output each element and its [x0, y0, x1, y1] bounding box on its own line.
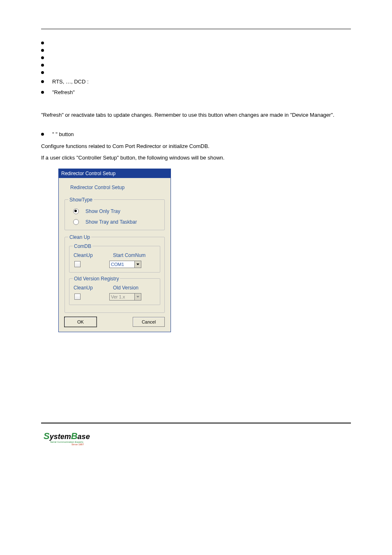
logo-part: B [71, 431, 78, 441]
logo-since: Since 1987 [71, 443, 351, 446]
logo-part: S [44, 431, 50, 441]
button-label: OK [77, 319, 84, 324]
redirector-control-setup-dialog: Redirector Control Setup Redirector Cont… [58, 169, 171, 332]
radio-icon [73, 208, 79, 214]
bullet-text: RTS, …, DCD : [52, 79, 89, 85]
config-line-1: Configure functions related to Com Port … [41, 142, 351, 151]
svg-marker-0 [136, 264, 139, 265]
showtype-legend: ShowType [68, 197, 94, 203]
bullet-text: "Refresh" [52, 89, 75, 95]
comdb-legend: ComDB [73, 243, 92, 249]
bullet-item [41, 49, 351, 52]
start-comnum-select[interactable]: COM1 [109, 261, 141, 268]
logo-part: ase [78, 432, 90, 441]
bullet-item [41, 56, 351, 59]
comdb-labels: CleanUp Start ComNum [74, 252, 157, 258]
cleanup-fieldset: Clean Up ComDB CleanUp Start ComNum COM1 [65, 234, 165, 313]
cancel-button[interactable]: Cancel [133, 317, 165, 327]
radio-icon [73, 219, 79, 225]
bullet-item [41, 42, 351, 44]
showtype-fieldset: ShowType Show Only Tray Show Tray and Ta… [65, 197, 165, 230]
comdb-cleanup-checkbox[interactable] [74, 261, 81, 267]
bullet-text: " " button [52, 131, 74, 137]
dialog-body: Redirector Control Setup ShowType Show O… [59, 178, 171, 332]
dialog-title-bar: Redirector Control Setup [59, 169, 171, 178]
bullet-item [41, 71, 351, 74]
radio-label: Show Only Tray [85, 208, 120, 214]
bottom-horizontal-rule [41, 423, 351, 423]
chevron-down-icon [134, 261, 141, 268]
bullet-item [41, 64, 351, 67]
logo-part: ystem [50, 432, 71, 441]
systembase-logo: SystemBase Serial Communication Experts … [44, 431, 351, 446]
bullet-list: RTS, …, DCD : "Refresh" [41, 42, 351, 95]
bullet-item: " " button [41, 131, 351, 137]
start-comnum-label: Start ComNum [113, 252, 145, 258]
bullet-list-2: " " button [41, 131, 351, 137]
cleanup-legend: Clean Up [68, 234, 91, 240]
bullet-item: RTS, …, DCD : [41, 79, 351, 85]
refresh-paragraph: "Refresh" or reactivate tabs to update c… [41, 110, 351, 120]
logo-text: SystemBase [44, 431, 351, 442]
select-value: COM1 [111, 262, 124, 267]
show-only-tray-option[interactable]: Show Only Tray [73, 208, 161, 214]
old-version-select[interactable]: Ver 1.x [109, 293, 141, 301]
cleanup-label: CleanUp [74, 252, 113, 258]
dialog-heading: Redirector Control Setup [70, 185, 166, 190]
oldver-cleanup-checkbox[interactable] [74, 294, 81, 300]
svg-marker-1 [136, 296, 139, 298]
old-version-legend: Old Version Registry [73, 276, 120, 282]
cleanup-label: CleanUp [74, 285, 113, 291]
config-line-2: If a user clicks "Controller Setup" butt… [41, 153, 351, 162]
chevron-down-icon [134, 294, 141, 300]
old-version-label: Old Version [113, 285, 138, 291]
old-version-registry-fieldset: Old Version Registry CleanUp Old Version… [69, 276, 160, 305]
ok-button[interactable]: OK [65, 317, 97, 327]
radio-label: Show Tray and Taskbar [85, 219, 137, 225]
top-horizontal-rule [41, 29, 351, 29]
show-tray-and-taskbar-option[interactable]: Show Tray and Taskbar [73, 219, 161, 225]
select-value: Ver 1.x [111, 294, 125, 299]
comdb-fieldset: ComDB CleanUp Start ComNum COM1 [69, 243, 160, 273]
dialog-button-row: OK Cancel [64, 317, 166, 327]
button-label: Cancel [142, 319, 156, 324]
oldver-labels: CleanUp Old Version [74, 285, 157, 291]
bullet-item: "Refresh" [41, 89, 351, 95]
